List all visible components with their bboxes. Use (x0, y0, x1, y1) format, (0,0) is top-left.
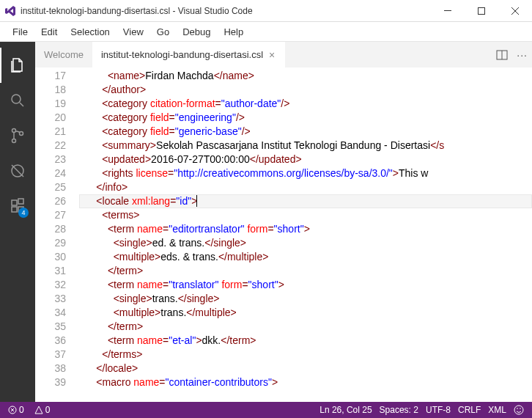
activity-debug[interactable] (0, 153, 35, 188)
line-numbers: 1718192021222324252627282930313233343536… (35, 67, 79, 402)
code-line[interactable]: <multiple>trans.</multiple> (79, 306, 532, 320)
line-number: 18 (35, 83, 66, 97)
status-feedback[interactable] (510, 402, 528, 418)
line-number: 36 (35, 334, 66, 348)
menu-debug[interactable]: Debug (176, 22, 217, 42)
activity-git[interactable] (0, 118, 35, 153)
code-line[interactable]: <name>Firdan Machda</name> (79, 69, 532, 83)
svg-point-16 (520, 408, 521, 409)
code-line[interactable]: <term name="translator" form="short"> (79, 278, 532, 292)
status-warnings[interactable]: 0 (31, 402, 54, 418)
line-number: 21 (35, 125, 66, 139)
code-line[interactable]: </term> (79, 264, 532, 278)
code-line[interactable]: <multiple>eds. & trans.</multiple> (79, 250, 532, 264)
menu-edit[interactable]: Edit (34, 22, 64, 42)
activity-bar: 4 (0, 42, 35, 402)
editor[interactable]: 1718192021222324252627282930313233343536… (35, 67, 532, 402)
window-title: institut-teknologi-bandung-disertasi.csl… (21, 6, 431, 16)
code-line[interactable]: <rights license="http://creativecommons.… (79, 166, 532, 180)
tab-bar: Welcome institut-teknologi-bandung-diser… (35, 42, 532, 67)
tab-welcome[interactable]: Welcome (35, 42, 92, 67)
svg-rect-0 (444, 10, 451, 11)
minimize-button[interactable] (431, 0, 465, 22)
code-line[interactable]: <locale xml:lang="id"> (79, 194, 532, 208)
menu-go[interactable]: Go (150, 22, 176, 42)
menu-view[interactable]: View (117, 22, 150, 42)
menu-help[interactable]: Help (217, 22, 250, 42)
code-line[interactable]: <category field="engineering"/> (79, 111, 532, 125)
maximize-button[interactable] (465, 0, 498, 22)
line-number: 32 (35, 278, 66, 292)
line-number: 33 (35, 292, 66, 306)
svg-point-5 (20, 132, 23, 136)
status-encoding[interactable]: UTF-8 (422, 402, 454, 418)
tab-close-icon[interactable]: × (267, 49, 276, 61)
code-line[interactable]: </author> (79, 83, 532, 97)
code-line[interactable]: </locale> (79, 362, 532, 375)
status-position[interactable]: Ln 26, Col 25 (316, 402, 375, 418)
svg-rect-1 (479, 7, 485, 14)
menu-file[interactable]: File (6, 22, 34, 42)
menubar: FileEditSelectionViewGoDebugHelp (0, 22, 532, 42)
more-actions-icon[interactable]: ··· (517, 49, 528, 61)
close-button[interactable] (498, 0, 532, 22)
svg-point-14 (514, 406, 523, 414)
svg-rect-7 (12, 200, 17, 205)
code-line[interactable]: <single>trans.</single> (79, 292, 532, 306)
line-number: 30 (35, 250, 66, 264)
code-line[interactable]: </info> (79, 180, 532, 194)
line-number: 19 (35, 97, 66, 111)
code-area[interactable]: <name>Firdan Machda</name> </author> <ca… (79, 67, 532, 402)
svg-rect-10 (18, 199, 23, 204)
svg-point-15 (517, 408, 518, 409)
svg-rect-8 (12, 207, 17, 212)
smiley-icon (514, 405, 524, 415)
code-line[interactable]: </terms> (79, 348, 532, 362)
line-number: 20 (35, 111, 66, 125)
status-eol[interactable]: CRLF (454, 402, 484, 418)
git-icon (9, 127, 26, 144)
line-number: 25 (35, 180, 66, 194)
status-errors[interactable]: 0 (4, 402, 28, 418)
line-number: 37 (35, 348, 66, 362)
activity-search[interactable] (0, 83, 35, 118)
code-line[interactable]: <category citation-format="author-date"/… (79, 97, 532, 111)
line-number: 35 (35, 320, 66, 334)
tab-label: institut-teknologi-bandung-disertasi.csl (101, 49, 263, 60)
line-number: 24 (35, 166, 66, 180)
status-language[interactable]: XML (484, 402, 510, 418)
code-line[interactable]: <summary>Sekolah Pascasarjana Institut T… (79, 139, 532, 153)
line-number: 38 (35, 362, 66, 375)
status-spaces[interactable]: Spaces: 2 (376, 402, 422, 418)
code-line[interactable]: </term> (79, 320, 532, 334)
extensions-badge: 4 (18, 208, 29, 218)
code-line[interactable]: <category field="generic-base"/> (79, 125, 532, 139)
line-number: 39 (35, 375, 66, 389)
code-line[interactable]: <term name="et-al">dkk.</term> (79, 334, 532, 348)
line-number: 26 (35, 194, 66, 208)
error-icon (8, 406, 17, 414)
line-number: 31 (35, 264, 66, 278)
line-number: 28 (35, 222, 66, 236)
debug-icon (9, 162, 26, 180)
svg-point-2 (12, 95, 21, 103)
menu-selection[interactable]: Selection (64, 22, 116, 42)
code-line[interactable]: <term name="editortranslator" form="shor… (79, 222, 532, 236)
line-number: 23 (35, 153, 66, 166)
search-icon (9, 92, 26, 109)
tab-label: Welcome (44, 49, 84, 60)
code-line[interactable]: <single>ed. & trans.</single> (79, 236, 532, 250)
code-line[interactable]: <macro name="container-contributors"> (79, 375, 532, 389)
code-line[interactable]: <terms> (79, 208, 532, 222)
tab-file[interactable]: institut-teknologi-bandung-disertasi.csl… (92, 42, 285, 67)
split-editor-icon[interactable] (496, 49, 508, 61)
line-number: 29 (35, 236, 66, 250)
svg-point-4 (12, 139, 16, 143)
line-number: 17 (35, 69, 66, 83)
svg-point-3 (12, 129, 16, 133)
line-number: 27 (35, 208, 66, 222)
app-icon (4, 5, 16, 17)
code-line[interactable]: <updated>2016-07-27T00:00:00</updated> (79, 153, 532, 166)
activity-extensions[interactable]: 4 (0, 188, 35, 224)
activity-explorer[interactable] (0, 48, 35, 83)
